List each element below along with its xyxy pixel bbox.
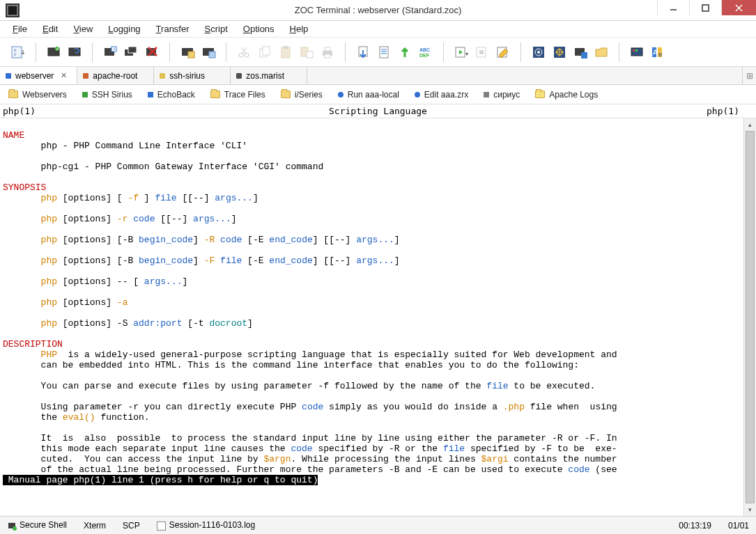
tab-label: webserver <box>15 71 54 81</box>
toolbar-divider <box>36 42 36 62</box>
tb-new-session-icon[interactable]: + <box>100 42 120 62</box>
status-term: Xterm <box>84 521 106 531</box>
scroll-thumb[interactable] <box>746 131 755 503</box>
scroll-up-icon[interactable]: ▴ <box>744 118 756 131</box>
tab-ssh-sirius[interactable]: ssh-sirius <box>154 67 231 84</box>
toolbar-divider <box>520 42 521 62</box>
scrollbar[interactable]: ▴ ▾ <box>743 118 756 516</box>
scroll-down-icon[interactable]: ▾ <box>744 503 756 516</box>
close-button[interactable] <box>721 0 756 15</box>
bm-ssh-sirius[interactable]: SSH Sirius <box>82 90 132 100</box>
toolbar: AZ + ABCDEF ▾ <box>0 38 756 67</box>
bm-trace-files[interactable]: Trace Files <box>210 90 265 100</box>
bookmark-bar: Webservers SSH Sirius EchoBack Trace Fil… <box>0 85 756 104</box>
termhead-center: Scripting Language <box>0 106 756 116</box>
tb-close-session-icon[interactable] <box>142 42 162 62</box>
bm-webservers[interactable]: Webservers <box>8 90 67 100</box>
bm-echoback[interactable]: EchoBack <box>148 90 195 100</box>
toolbar-divider <box>169 42 170 62</box>
tab-close-icon[interactable]: ✕ <box>61 71 67 80</box>
tab-label: apache-root <box>93 71 137 81</box>
bm-iseries[interactable]: i/Series <box>281 90 323 100</box>
folder-icon <box>8 91 18 98</box>
tab-color-icon <box>6 73 11 79</box>
svg-rect-30 <box>284 46 288 49</box>
bm-label: Edit aaa.zrx <box>424 90 468 100</box>
menu-view[interactable]: View <box>66 22 100 36</box>
toolbar-divider <box>92 42 93 62</box>
tb-download-icon[interactable] <box>353 42 373 62</box>
menu-bar: File Edit View Logging Transfer Script O… <box>0 21 756 38</box>
toolbar-divider <box>619 42 619 62</box>
bm-label: Trace Files <box>224 90 265 100</box>
svg-line-25 <box>242 47 247 54</box>
secure-shell-icon <box>7 521 17 531</box>
menu-script[interactable]: Script <box>198 22 235 36</box>
tb-colorterm-icon[interactable] <box>627 42 647 62</box>
title-bar: ZOC Terminal : webserver (Standard.zoc) <box>0 0 756 21</box>
tb-connect-icon[interactable] <box>44 42 63 62</box>
tb-stop-script-icon[interactable] <box>472 42 492 62</box>
log-checkbox[interactable] <box>157 521 166 531</box>
menu-file[interactable]: File <box>6 22 34 36</box>
status-time: 00:13:19 <box>679 521 711 531</box>
status-log[interactable]: Session-1116-0103.log <box>157 520 255 530</box>
dot-icon <box>484 92 489 97</box>
tb-hostdir-icon[interactable]: AZ <box>8 42 28 62</box>
tb-document-icon[interactable] <box>374 42 394 62</box>
tb-clone-session-icon[interactable] <box>121 42 141 62</box>
bm-label: EchoBack <box>157 90 195 100</box>
svg-point-23 <box>239 53 243 57</box>
menu-edit[interactable]: Edit <box>36 22 65 36</box>
menu-options[interactable]: Options <box>236 22 281 36</box>
svg-rect-0 <box>8 5 17 15</box>
terminal[interactable]: NAME php - PHP Command Line Interface 'C… <box>0 118 743 516</box>
bm-label: SSH Sirius <box>92 90 132 100</box>
tb-upload-icon[interactable] <box>395 42 415 62</box>
tb-paste-icon[interactable] <box>276 42 295 62</box>
svg-text:B: B <box>658 52 662 58</box>
tb-print-icon[interactable] <box>318 42 337 62</box>
tb-options2-icon[interactable] <box>550 42 569 62</box>
pager-prompt: Manual page php(1) line 1 (press h for h… <box>3 475 318 485</box>
tb-copy-icon[interactable] <box>255 42 275 62</box>
tb-cut-icon[interactable] <box>234 42 254 62</box>
maximize-button[interactable] <box>689 0 721 15</box>
bm-label: i/Series <box>295 90 323 100</box>
svg-text:▾: ▾ <box>465 51 468 57</box>
tab-label: ssh-sirius <box>169 71 205 81</box>
svg-point-50 <box>537 51 540 54</box>
minimize-button[interactable] <box>657 0 689 15</box>
tb-ascii-icon[interactable]: ABCDEF <box>416 42 435 62</box>
tb-reconnect-icon[interactable] <box>65 42 84 62</box>
menu-transfer[interactable]: Transfer <box>149 22 196 36</box>
tb-edit-script-icon[interactable] <box>493 42 513 62</box>
folder-icon <box>210 91 220 98</box>
bm-edit-aaa-zrx[interactable]: Edit aaa.zrx <box>415 90 468 100</box>
tb-run-script-icon[interactable]: ▾ <box>452 42 471 62</box>
tb-folder-icon[interactable] <box>592 42 611 62</box>
tab-zos-marist[interactable]: zos.marist <box>231 67 307 84</box>
tb-profile2-icon[interactable] <box>199 42 218 62</box>
dot-icon <box>148 92 153 97</box>
tab-webserver[interactable]: webserver ✕ <box>0 67 77 84</box>
svg-text:DEF: DEF <box>419 53 430 58</box>
menu-logging[interactable]: Logging <box>101 22 147 36</box>
svg-rect-34 <box>325 47 330 51</box>
bm-sirius-ru[interactable]: сириус <box>484 90 520 100</box>
folder-icon <box>535 91 545 98</box>
tb-paste-into-icon[interactable] <box>297 42 316 62</box>
tb-font-icon[interactable]: AB <box>648 42 668 62</box>
tab-overflow-icon[interactable]: ⊞ <box>742 67 756 84</box>
svg-rect-32 <box>307 52 313 58</box>
menu-help[interactable]: Help <box>283 22 316 36</box>
toolbar-divider <box>226 42 226 62</box>
tb-options-icon[interactable] <box>529 42 548 62</box>
tab-apache-root[interactable]: apache-root <box>77 67 154 84</box>
terminal-wrap: NAME php - PHP Command Line Interface 'C… <box>0 118 756 516</box>
tb-capture-icon[interactable] <box>571 42 590 62</box>
tb-profile-icon[interactable] <box>178 42 197 62</box>
bm-apache-logs[interactable]: Apache Logs <box>535 90 598 100</box>
bm-run-aaa-local[interactable]: Run aaa-local <box>338 90 399 100</box>
tabs-spacer <box>307 67 742 84</box>
